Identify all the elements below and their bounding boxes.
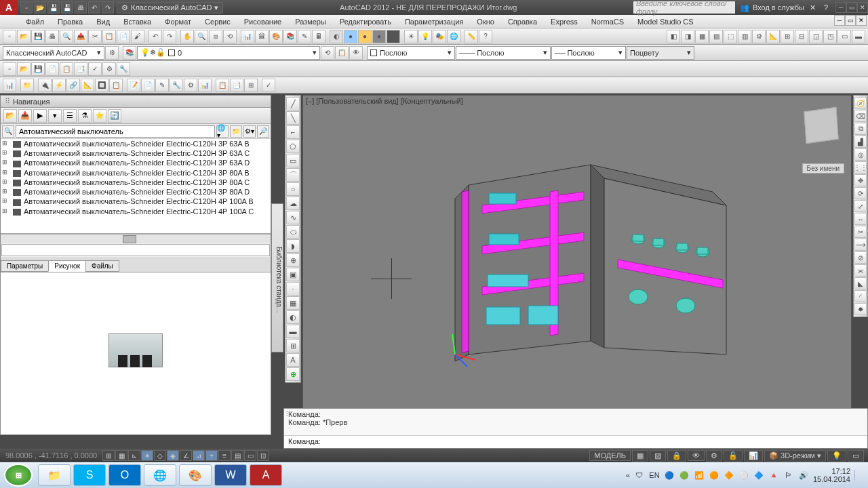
tb3-2-icon[interactable]: 📂 bbox=[17, 62, 31, 76]
plotstyle-combo[interactable]: Поцвету▾ bbox=[627, 46, 694, 60]
erase-icon[interactable]: ⌫ bbox=[854, 110, 867, 122]
workspace-combo[interactable]: Классический AutoCAD▾ bbox=[3, 46, 104, 60]
lineweight-combo[interactable]: ── Послою▾ bbox=[551, 46, 626, 60]
menu-parametric[interactable]: Параметризация bbox=[399, 16, 469, 27]
insert-icon[interactable]: ⊕ bbox=[286, 253, 300, 267]
tab-files[interactable]: Файлы bbox=[85, 260, 119, 272]
table-icon[interactable]: ⊞ bbox=[286, 339, 300, 352]
tb-r4-icon[interactable]: ▤ bbox=[709, 30, 723, 43]
publish-icon[interactable]: 📤 bbox=[74, 30, 87, 43]
tb-r7-icon[interactable]: ⚙ bbox=[752, 30, 766, 43]
osnap-toggle[interactable]: ◇ bbox=[154, 450, 166, 461]
menu-window[interactable]: Окно bbox=[471, 16, 500, 27]
explode-icon[interactable]: ✸ bbox=[854, 303, 867, 315]
tb4-7-icon[interactable]: 🔲 bbox=[95, 79, 108, 92]
tb4-3-icon[interactable]: 🔌 bbox=[38, 79, 52, 92]
tb4-1-icon[interactable]: 📊 bbox=[3, 79, 16, 92]
minimize-button[interactable]: ─ bbox=[835, 2, 846, 13]
quickcalc-icon[interactable]: 🖩 bbox=[312, 30, 326, 43]
taskbar-chrome[interactable]: 🌐 bbox=[144, 464, 176, 486]
qat-undo-icon[interactable]: ↶ bbox=[88, 1, 100, 14]
nav-search-input[interactable]: Автоматический выключатель bbox=[16, 125, 215, 138]
ws-switch-icon[interactable]: ⚙ bbox=[706, 450, 722, 462]
color-combo[interactable]: Послою▾ bbox=[367, 46, 455, 60]
tree-item[interactable]: Автоматический выключатель-Schneider Ele… bbox=[1, 197, 271, 206]
tb-r10-icon[interactable]: ⊟ bbox=[795, 30, 808, 43]
move-icon[interactable]: ✥ bbox=[854, 174, 867, 186]
nav-tree[interactable]: Автоматический выключатель-Schneider Ele… bbox=[1, 139, 271, 234]
tb3-5-icon[interactable]: 📋 bbox=[60, 62, 73, 76]
tb3-8-icon[interactable]: ⚙ bbox=[102, 62, 116, 76]
qat-open-icon[interactable]: 📂 bbox=[34, 1, 46, 14]
nav-folder-icon[interactable]: 📁 bbox=[230, 125, 242, 138]
ellipse-icon[interactable]: ⬭ bbox=[286, 225, 300, 239]
tb4-12-icon[interactable]: 🔧 bbox=[170, 79, 183, 92]
mdi-minimize[interactable]: ─ bbox=[834, 15, 845, 26]
nav-filter-icon[interactable]: ⚗ bbox=[78, 109, 92, 123]
measure-icon[interactable]: 📏 bbox=[465, 30, 478, 43]
xline-icon[interactable]: ╲ bbox=[286, 111, 300, 125]
search-icon[interactable]: 🔍 bbox=[2, 125, 14, 138]
mdi-restore[interactable]: ▭ bbox=[845, 15, 856, 26]
tb4-16-icon[interactable]: 📑 bbox=[230, 79, 243, 92]
taskbar-paint[interactable]: 🎨 bbox=[179, 464, 212, 486]
array-icon[interactable]: ⋮⋮ bbox=[854, 161, 867, 174]
viewport-label[interactable]: [–] [Пользовательский вид] [Концептуальн… bbox=[306, 97, 463, 105]
filter-input[interactable] bbox=[1, 244, 270, 256]
open-icon[interactable]: 📂 bbox=[17, 30, 31, 43]
tb4-6-icon[interactable]: 📐 bbox=[81, 79, 94, 92]
tb-r9-icon[interactable]: ⊞ bbox=[781, 30, 794, 43]
nav-play-icon[interactable]: ▶ bbox=[33, 109, 47, 123]
save-icon[interactable]: 💾 bbox=[31, 30, 45, 43]
signin-link[interactable]: Вход в службы bbox=[753, 2, 804, 13]
tray-expand-icon[interactable]: « bbox=[626, 471, 630, 479]
render-icon[interactable]: ☀ bbox=[404, 30, 418, 43]
pline-icon[interactable]: ⌐ bbox=[286, 125, 300, 139]
menu-format[interactable]: Формат bbox=[159, 16, 197, 27]
paste-icon[interactable]: 📄 bbox=[117, 30, 130, 43]
design-center-icon[interactable]: 🏛 bbox=[255, 30, 269, 43]
tb3-7-icon[interactable]: ✓ bbox=[88, 62, 102, 76]
tray-icon-2[interactable]: 🟢 bbox=[679, 470, 690, 481]
help-icon[interactable]: ? bbox=[821, 2, 831, 13]
tray-app1-icon[interactable]: 🛡 bbox=[634, 470, 645, 481]
new-icon[interactable]: ▫ bbox=[3, 30, 16, 43]
ellipsearc-icon[interactable]: ◗ bbox=[286, 239, 300, 253]
undo-icon[interactable]: ↶ bbox=[149, 30, 162, 43]
addsel-icon[interactable]: ⊕ bbox=[286, 367, 300, 381]
close-button[interactable]: ✕ bbox=[857, 2, 868, 13]
3dosnap-toggle[interactable]: ◈ bbox=[167, 450, 179, 461]
block-icon[interactable]: ▣ bbox=[286, 268, 300, 281]
fillet-icon[interactable]: ◜ bbox=[854, 290, 867, 302]
tb-r3-icon[interactable]: ▦ bbox=[695, 30, 709, 43]
tb-r12-icon[interactable]: ◳ bbox=[823, 30, 837, 43]
nav-opt-icon[interactable]: ⚙▾ bbox=[243, 125, 256, 138]
tb4-10-icon[interactable]: 📄 bbox=[141, 79, 155, 92]
chamfer-icon[interactable]: ◣ bbox=[854, 277, 867, 289]
break-icon[interactable]: ⊘ bbox=[854, 251, 867, 264]
pan-icon[interactable]: ✋ bbox=[180, 30, 194, 43]
menu-help[interactable]: Справка bbox=[502, 16, 542, 27]
gradient-icon[interactable]: ◐ bbox=[286, 310, 300, 324]
tb-r8-icon[interactable]: 📐 bbox=[766, 30, 780, 43]
sc-toggle[interactable]: ⊡ bbox=[257, 450, 269, 461]
taskbar-skype[interactable]: S bbox=[73, 464, 106, 486]
cut-icon[interactable]: ✂ bbox=[88, 30, 102, 43]
coordinates[interactable]: 98.0006 , -41.7116 , 0.0000 bbox=[0, 451, 102, 460]
properties-icon[interactable]: 📊 bbox=[241, 30, 254, 43]
menu-view[interactable]: Вид bbox=[91, 16, 115, 27]
arc-icon[interactable]: ⌒ bbox=[286, 168, 300, 182]
menu-file[interactable]: Файл bbox=[20, 16, 50, 27]
menu-modify[interactable]: Редактировать bbox=[334, 16, 397, 27]
tab-params[interactable]: Параметры bbox=[1, 260, 49, 272]
spline-icon[interactable]: ∿ bbox=[286, 211, 300, 224]
vs-wire-icon[interactable]: ● bbox=[344, 30, 357, 43]
start-button[interactable]: ⊞ bbox=[4, 464, 33, 487]
vs-concept-icon[interactable]: ● bbox=[387, 30, 400, 43]
qp-toggle[interactable]: ▭ bbox=[244, 450, 256, 461]
ducs-toggle[interactable]: ⊿ bbox=[193, 450, 205, 461]
tb4-11-icon[interactable]: ✎ bbox=[155, 79, 169, 92]
sheet-set-icon[interactable]: 📚 bbox=[283, 30, 297, 43]
taskbar-outlook[interactable]: O bbox=[108, 464, 141, 486]
taskbar-explorer[interactable]: 📁 bbox=[38, 464, 71, 486]
